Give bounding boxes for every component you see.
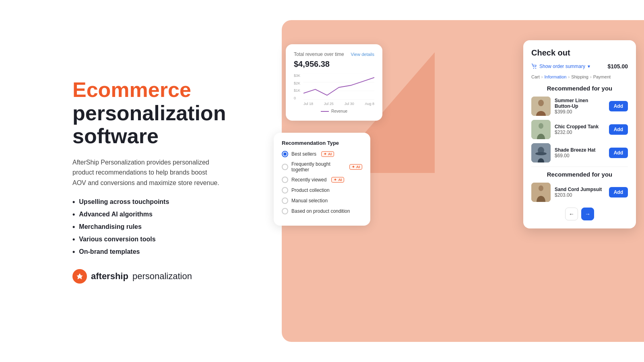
revenue-amount: $4,956.38 [294,60,374,69]
ai-badge-recently: ✦ AI [331,177,344,183]
revenue-view-details-link[interactable]: View details [351,52,375,57]
feature-item-5: On-brand templates [72,248,225,256]
breadcrumb-sep-3: › [590,74,592,79]
breadcrumb-shipping[interactable]: Shipping [571,74,588,79]
pagination-row: ← → [531,208,628,220]
breadcrumb-payment[interactable]: Payment [593,74,611,79]
product-row-linen: Summer Linen Button-Up $399.00 Add [531,97,628,116]
product-name-jumpsuit: Sand Cord Jumpsuit [555,187,605,192]
product-row-jumpsuit: Sand Cord Jumpsuit $203.00 Add [531,183,628,202]
legend-label: Revenue [331,109,347,113]
add-button-jumpsuit[interactable]: Add [609,187,628,197]
section-divider [531,167,628,167]
radio-inner-best-sellers [283,152,287,156]
rec-option-text-recently: Recently viewed [291,177,326,183]
product-img-hat [531,143,551,162]
svg-point-9 [539,123,543,129]
radio-manual [282,197,288,204]
order-summary-left[interactable]: Show order summary ▾ [531,64,590,69]
next-page-button[interactable]: → [581,208,594,220]
headline-dark1: personalization [72,101,226,125]
feature-item-4: Various conversion tools [72,235,225,244]
svg-point-14 [539,185,543,191]
product-img-jumpsuit [531,183,551,202]
svg-point-5 [535,68,536,69]
y-label-2k: $2K [294,81,300,85]
product-name-tank: Chic Cropped Tank [555,124,605,130]
x-label-aug8: Aug 8 [365,102,374,106]
rec-option-frequently[interactable]: Frequently bought together ✦ AI [282,161,362,173]
rec-option-collection[interactable]: Product collection [282,187,362,193]
section1-title: Recommended for you [531,85,628,92]
product-info-tank: Chic Cropped Tank $232.00 [555,124,605,135]
product-info-jumpsuit: Sand Cord Jumpsuit $203.00 [555,187,605,198]
section2-title: Recommended for you [531,171,628,178]
feature-item-3: Merchandising rules [72,223,225,231]
breadcrumb: Cart › Information › Shipping › Payment [531,74,628,79]
prev-page-button[interactable]: ← [565,208,578,220]
chart-x-labels: Jul 18 Jul 25 Jul 30 Aug 8 [303,102,374,106]
rec-option-condition[interactable]: Based on product condition [282,208,362,214]
brand-name-light: personalization [132,271,192,282]
x-label-jul18: Jul 18 [303,102,313,106]
svg-point-7 [538,100,544,106]
rec-type-card: Recommendation Type Best sellers ✦ AI Fr… [274,133,370,226]
rec-option-best-sellers[interactable]: Best sellers ✦ AI [282,151,362,157]
checkout-title: Check out [531,48,628,58]
rec-option-text-best-sellers: Best sellers [291,151,316,157]
product-row-hat: Shade Breeze Hat $69.00 Add [531,143,628,162]
features-list: Upselling across touchpoints Advanced AI… [72,198,225,256]
svg-point-12 [535,152,547,155]
radio-condition [282,208,288,214]
chart-svg [303,74,374,100]
rec-option-manual[interactable]: Manual selection [282,197,362,204]
product-price-tank: $232.00 [555,130,605,135]
section2: Recommended for you Sand Cord Jumpsuit $… [531,171,628,202]
feature-item-2: Advanced AI algorithms [72,210,225,219]
rec-option-recently[interactable]: Recently viewed ✦ AI [282,177,362,183]
product-info-hat: Shade Breeze Hat $69.00 [555,147,605,158]
y-label-1k: $1K [294,88,300,93]
x-label-jul30: Jul 30 [345,102,354,106]
revenue-title: Total revenue over time [294,51,344,57]
rec-type-title: Recommendation Type [282,140,362,146]
rec-option-text-collection: Product collection [291,187,330,193]
ai-badge-best-sellers: ✦ AI [321,151,334,157]
radio-collection [282,187,288,193]
description: AfterShip Personalization provides perso… [72,157,221,188]
rec-option-text-condition: Based on product condition [291,208,350,214]
product-price-linen: $399.00 [555,109,605,115]
product-price-jumpsuit: $203.00 [555,192,605,198]
revenue-card: Total revenue over time View details $4,… [286,44,382,121]
aftership-icon [72,269,87,284]
breadcrumb-information[interactable]: Information [544,74,566,79]
rec-option-text-frequently: Frequently bought together [291,161,345,173]
breadcrumb-sep-1: › [541,74,543,79]
add-button-linen[interactable]: Add [609,101,628,111]
product-price-hat: $69.00 [555,153,605,158]
feature-item-1: Upselling across touchpoints [72,198,225,206]
checkout-card: Check out Show order summary ▾ $105.00 C… [523,40,636,228]
chart-area: $3K $2K $1K 0 Jul 18 Jul 25 Jul 30 Aug 8 [294,74,374,106]
breadcrumb-cart[interactable]: Cart [531,74,540,79]
left-section: Ecommerce personalization software After… [0,54,250,307]
product-row-tank: Chic Cropped Tank $232.00 Add [531,120,628,139]
add-button-hat[interactable]: Add [609,148,628,158]
radio-best-sellers [282,151,288,157]
order-summary-row: Show order summary ▾ $105.00 [531,63,628,70]
radio-frequently [282,164,288,170]
y-label-0: 0 [294,96,300,100]
ai-badge-frequently: ✦ AI [349,164,362,170]
breadcrumb-sep-2: › [568,74,570,79]
legend-line [321,111,329,112]
product-name-hat: Shade Breeze Hat [555,147,605,153]
product-name-linen: Summer Linen Button-Up [555,98,605,109]
product-info-linen: Summer Linen Button-Up $399.00 [555,98,605,115]
add-button-tank[interactable]: Add [609,124,628,135]
chart-legend: Revenue [294,109,374,113]
chevron-down-icon: ▾ [588,64,590,69]
cart-icon [531,64,537,69]
brand-name-bold: aftership [91,271,128,282]
y-label-3k: $3K [294,74,300,78]
product-img-linen [531,97,551,116]
